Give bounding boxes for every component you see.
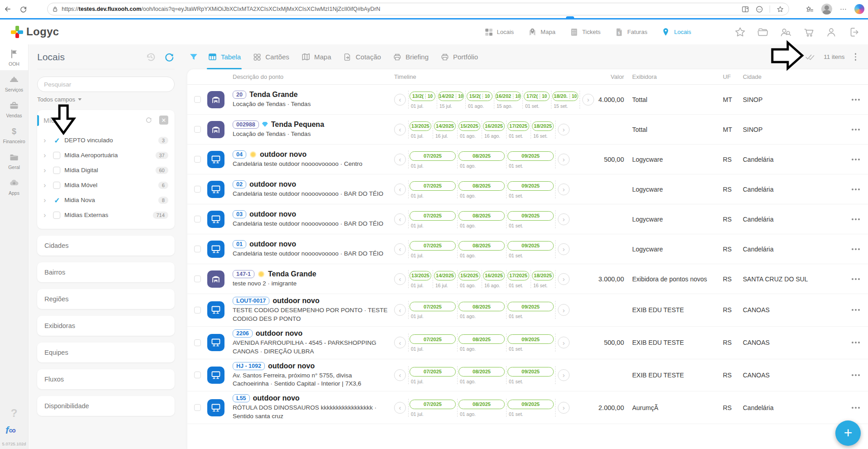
period-pill[interactable]: 07/2025 bbox=[410, 241, 456, 251]
table-row[interactable]: 03 outdoor novo Candelária teste outdoor… bbox=[187, 204, 868, 234]
expand-chevron-icon[interactable] bbox=[44, 181, 49, 189]
period-pill[interactable]: 15/2025 bbox=[458, 121, 480, 131]
expand-chevron-icon[interactable] bbox=[44, 196, 49, 204]
timeline-prev-button[interactable] bbox=[394, 243, 406, 255]
browser-essentials-icon[interactable] bbox=[756, 5, 763, 13]
rail-item-financeiro[interactable]: $ Financeiro bbox=[0, 122, 28, 148]
logyc-logo[interactable]: Logyc bbox=[11, 25, 59, 38]
contacts-icon[interactable] bbox=[780, 26, 792, 38]
cart-icon[interactable] bbox=[803, 26, 815, 38]
timeline-prev-button[interactable] bbox=[394, 124, 406, 135]
media-filter-item[interactable]: Mídia Aeroportuária 37 bbox=[44, 148, 168, 163]
timeline-prev-button[interactable] bbox=[394, 337, 406, 348]
timeline-prev-button[interactable] bbox=[394, 183, 406, 195]
period-pill[interactable]: 17/2025 bbox=[507, 121, 529, 131]
timeline-prev-button[interactable] bbox=[394, 213, 406, 225]
rail-item-geral[interactable]: Geral bbox=[0, 148, 28, 174]
media-checkbox[interactable] bbox=[53, 212, 60, 219]
period-pill[interactable]: 07/2025 bbox=[410, 400, 456, 409]
table-row[interactable]: HJ - 1092 outdoor novo Av. Santos Ferrei… bbox=[187, 359, 868, 392]
expand-chevron-icon[interactable] bbox=[44, 166, 49, 174]
timeline-prev-button[interactable] bbox=[394, 369, 406, 381]
period-pill[interactable]: 08/2025 bbox=[458, 151, 505, 161]
row-checkbox[interactable] bbox=[194, 339, 201, 346]
filter-section[interactable]: Fluxos bbox=[37, 369, 175, 389]
media-checkbox[interactable] bbox=[53, 152, 60, 159]
media-checkbox[interactable] bbox=[53, 197, 60, 204]
row-checkbox[interactable] bbox=[194, 246, 201, 252]
row-menu-button[interactable] bbox=[851, 339, 861, 346]
point-title[interactable]: outdoor novo bbox=[268, 362, 315, 370]
rail-item-ooh[interactable]: OOH bbox=[0, 44, 28, 70]
table-row[interactable]: 147-1 Tenda Grande teste novo 2 · imigra… bbox=[187, 264, 868, 294]
table-row[interactable]: 20 Tenda Grande Locação de Tendas · Tend… bbox=[187, 85, 868, 115]
period-pill[interactable]: 08/2025 bbox=[458, 181, 505, 191]
period-pill[interactable]: 09/2025 bbox=[507, 334, 554, 344]
table-row[interactable]: LOUT-0017 outdoor novo TESTE CODIGO DESE… bbox=[187, 294, 868, 327]
refresh-button[interactable] bbox=[15, 2, 31, 16]
nav-mapa[interactable]: Mapa bbox=[527, 27, 556, 37]
period-pill[interactable]: 07/2025 bbox=[410, 302, 456, 311]
period-pill[interactable]: 16/20210 bbox=[495, 92, 521, 101]
row-menu-button[interactable] bbox=[851, 246, 861, 253]
table-row[interactable]: 2206 outdoor novo AVENIDA FARROUPILHA - … bbox=[187, 327, 868, 359]
period-pill[interactable]: 17/2025 bbox=[507, 271, 529, 280]
expand-chevron-icon[interactable] bbox=[44, 136, 49, 145]
filter-section[interactable]: Disponibilidade bbox=[37, 396, 175, 416]
row-checkbox[interactable] bbox=[194, 372, 201, 378]
timeline-next-button[interactable] bbox=[558, 369, 570, 381]
period-pill[interactable]: 17/2(10 bbox=[524, 92, 550, 101]
period-pill[interactable]: 07/2025 bbox=[410, 151, 456, 161]
filter-section[interactable]: Exibidoras bbox=[37, 316, 175, 336]
timeline-next-button[interactable] bbox=[558, 273, 570, 285]
timeline-next-button[interactable] bbox=[558, 154, 570, 165]
timeline-next-button[interactable] bbox=[558, 304, 570, 316]
period-pill[interactable]: 08/2025 bbox=[458, 302, 505, 311]
help-button[interactable]: ? bbox=[11, 407, 18, 420]
expand-chevron-icon[interactable] bbox=[44, 151, 49, 159]
period-pill[interactable]: 09/2025 bbox=[507, 400, 554, 409]
media-checkbox[interactable] bbox=[53, 182, 60, 189]
timeline-next-button[interactable] bbox=[558, 243, 570, 255]
add-button[interactable] bbox=[835, 420, 861, 446]
period-pill[interactable]: 08/2025 bbox=[458, 211, 505, 221]
reload-list-icon[interactable] bbox=[775, 52, 785, 62]
select-all-icon[interactable] bbox=[805, 52, 815, 62]
table-row[interactable]: 01 outdoor novo Candelária teste outdoor… bbox=[187, 234, 868, 264]
timeline-prev-button[interactable] bbox=[394, 273, 406, 285]
logout-icon[interactable] bbox=[848, 26, 860, 38]
media-filter-item[interactable]: Mídia Móvel 6 bbox=[44, 178, 168, 193]
row-checkbox[interactable] bbox=[194, 186, 201, 193]
period-pill[interactable]: 08/2025 bbox=[458, 367, 505, 377]
tab-tabela[interactable]: Tabela bbox=[208, 44, 241, 69]
star-icon[interactable] bbox=[734, 26, 746, 38]
period-pill[interactable]: 09/2025 bbox=[507, 241, 554, 251]
row-menu-button[interactable] bbox=[851, 306, 861, 314]
timeline-prev-button[interactable] bbox=[394, 304, 406, 316]
media-checkbox[interactable] bbox=[53, 167, 60, 174]
nav-locais-active[interactable]: Locais bbox=[661, 27, 691, 37]
profile-avatar[interactable] bbox=[821, 4, 832, 14]
point-title[interactable]: outdoor novo bbox=[256, 329, 302, 338]
refresh-filters-icon[interactable] bbox=[164, 52, 175, 63]
nav-faturas[interactable]: $ Faturas bbox=[614, 27, 647, 37]
tab-mapa[interactable]: Mapa bbox=[301, 44, 332, 69]
media-filter-item[interactable]: Midia Nova 8 bbox=[44, 193, 168, 208]
filter-section[interactable]: Bairros bbox=[37, 262, 175, 282]
row-checkbox[interactable] bbox=[194, 156, 201, 163]
row-checkbox[interactable] bbox=[194, 96, 201, 103]
period-pill[interactable]: 09/2025 bbox=[507, 181, 554, 191]
timeline-next-button[interactable] bbox=[558, 124, 570, 135]
address-bar[interactable]: https://testes.dev.fluxooh.com/ooh/locai… bbox=[47, 3, 789, 15]
search-scope-dropdown[interactable]: Todos campos bbox=[37, 96, 82, 103]
row-menu-button[interactable] bbox=[851, 275, 861, 283]
timeline-prev-button[interactable] bbox=[394, 402, 406, 414]
rail-item-apps[interactable]: Apps bbox=[0, 174, 28, 199]
period-pill[interactable]: 09/2025 bbox=[507, 302, 554, 311]
period-pill[interactable]: 08/2025 bbox=[458, 241, 505, 251]
row-menu-button[interactable] bbox=[851, 126, 861, 133]
collections-icon[interactable] bbox=[756, 26, 769, 38]
period-pill[interactable]: 14/2025 bbox=[434, 271, 456, 280]
point-title[interactable]: outdoor novo bbox=[249, 240, 296, 248]
table-row[interactable]: 002988 Tenda Pequena Locação de Tendas ·… bbox=[187, 115, 868, 145]
